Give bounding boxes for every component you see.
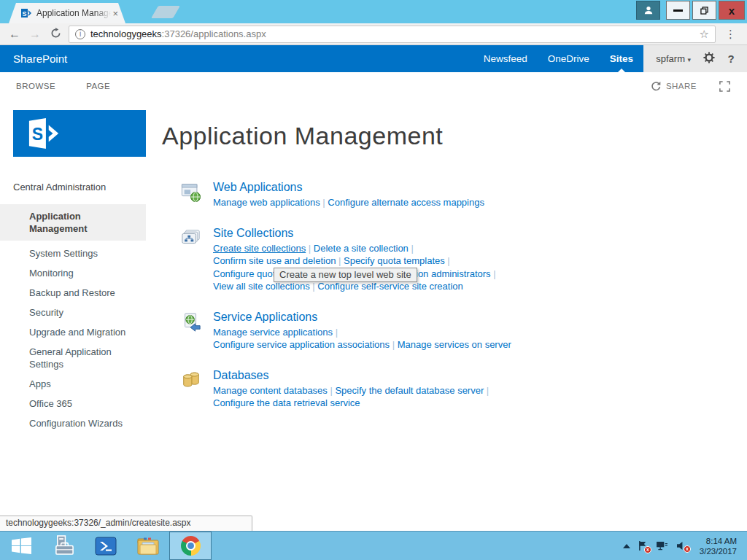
separator: |	[491, 268, 499, 279]
bookmark-star-icon[interactable]: ☆	[700, 28, 709, 41]
link-specify-the-default-database-server[interactable]: Specify the default database server	[335, 385, 484, 396]
sidebar-item-configuration-wizards[interactable]: Configuration Wizards	[0, 417, 146, 429]
link-manage-web-applications[interactable]: Manage web applications	[213, 197, 320, 208]
separator: |	[484, 385, 492, 396]
close-button[interactable]: x	[719, 1, 745, 20]
link-line: Manage content databases | Specify the d…	[213, 384, 492, 397]
tab-close-icon[interactable]: ×	[111, 8, 120, 19]
suite-links: NewsfeedOneDriveSites	[473, 45, 643, 72]
sharepoint-brand[interactable]: SharePoint	[0, 45, 67, 72]
user-name: spfarm	[656, 53, 685, 64]
minimize-button[interactable]	[666, 1, 690, 20]
browser-toolbar: ← → i technologygeeks:37326/applications…	[0, 23, 747, 45]
forward-button[interactable]: →	[28, 28, 42, 40]
volume-muted-button[interactable]: x	[676, 541, 687, 551]
section-title-site-collections[interactable]: Site Collections	[213, 227, 498, 240]
link-configure-the-data-retrieval-service[interactable]: Configure the data retrieval service	[213, 397, 360, 408]
reload-button[interactable]	[48, 28, 63, 41]
focus-mode-button[interactable]	[719, 80, 731, 93]
back-button[interactable]: ←	[7, 28, 22, 40]
link-confirm-site-use-and-deletion[interactable]: Confirm site use and deletion	[213, 255, 336, 266]
section-title-web-applications[interactable]: Web Applications	[213, 181, 484, 194]
suite-link-sites[interactable]: Sites	[600, 45, 643, 72]
link-specify-quota-templates[interactable]: Specify quota templates	[344, 255, 445, 266]
show-hidden-icons-button[interactable]	[623, 544, 630, 548]
link-manage-service-applications[interactable]: Manage service applications	[213, 327, 333, 338]
section-title-service-applications[interactable]: Service Applications	[213, 311, 511, 324]
sections: Web ApplicationsManage web applications …	[181, 181, 747, 410]
page-title: Application Management	[162, 122, 747, 150]
gear-icon	[703, 52, 715, 63]
network-icon	[656, 541, 668, 551]
person-icon	[643, 5, 654, 15]
svg-text:S: S	[32, 125, 43, 144]
page-info-icon[interactable]: i	[75, 29, 85, 39]
chevron-up-icon	[623, 544, 630, 548]
link-manage-content-databases[interactable]: Manage content databases	[213, 385, 328, 396]
taskbar-start-button[interactable]	[0, 532, 42, 560]
link-configure-alternate-access-mappings[interactable]: Configure alternate access mappings	[328, 197, 484, 208]
address-bar[interactable]: i technologygeeks:37326/applications.asp…	[69, 26, 716, 43]
action-center-button[interactable]: x	[638, 540, 648, 551]
section-title-databases[interactable]: Databases	[213, 369, 492, 382]
separator: |	[409, 243, 417, 254]
sharepoint-logo[interactable]: S	[13, 110, 146, 157]
sidebar-item-monitoring[interactable]: Monitoring	[0, 267, 146, 279]
window-controls: x	[636, 1, 745, 20]
minimize-icon	[673, 9, 683, 12]
link-configure-self-service-site-creation[interactable]: Configure self-service site creation	[317, 281, 462, 292]
separator: |	[310, 281, 318, 292]
taskbar-chrome[interactable]	[169, 532, 212, 560]
ribbon-tab-page[interactable]: PAGE	[86, 82, 110, 90]
suite-link-newsfeed[interactable]: Newsfeed	[473, 45, 538, 72]
browser-menu-icon[interactable]: ⋮	[721, 28, 740, 41]
sidebar-item-security[interactable]: Security	[0, 306, 146, 319]
taskbar: x x 8:14 AM 3/23/2017	[0, 531, 747, 560]
section-web-applications: Web ApplicationsManage web applications …	[181, 181, 747, 209]
link-configure-service-application-associations[interactable]: Configure service application associatio…	[213, 339, 390, 350]
sidebar-item-application-management[interactable]: Application Management	[0, 204, 146, 241]
new-tab-button[interactable]	[151, 6, 180, 18]
taskbar-file-explorer[interactable]	[127, 532, 169, 560]
ribbon-bar: BROWSEPAGE SHARE	[0, 72, 747, 100]
url-path: :37326/applications.aspx	[162, 28, 266, 39]
svg-text:S: S	[22, 10, 26, 18]
suite-link-onedrive[interactable]: OneDrive	[538, 45, 600, 72]
user-menu[interactable]: spfarm ▾	[656, 53, 691, 64]
chrome-icon	[181, 536, 201, 556]
settings-gear-button[interactable]	[703, 52, 715, 66]
sidebar-item-backup-and-restore[interactable]: Backup and Restore	[0, 287, 146, 299]
network-status-button[interactable]	[656, 541, 668, 551]
sidebar-item-office-365[interactable]: Office 365	[0, 397, 146, 410]
profile-avatar-button[interactable]	[636, 1, 660, 20]
link-create-site-collections[interactable]: Create site collections	[213, 243, 306, 254]
share-icon	[650, 81, 661, 92]
sidebar-item-general-application-settings[interactable]: General Application Settings	[0, 346, 146, 370]
tooltip: Create a new top level web site	[274, 268, 417, 282]
sharepoint-logo-icon: S	[22, 117, 67, 150]
help-button[interactable]: ?	[728, 52, 735, 65]
sidebar-item-apps[interactable]: Apps	[0, 378, 146, 390]
share-button[interactable]: SHARE	[650, 81, 697, 92]
separator: |	[306, 243, 314, 254]
file-explorer-icon	[136, 536, 160, 556]
link-view-all-site-collections[interactable]: View all site collections	[213, 281, 310, 292]
share-label: SHARE	[666, 82, 697, 90]
taskbar-server-manager[interactable]	[42, 532, 85, 560]
windows-logo-icon	[12, 537, 31, 554]
sidebar-item-system-settings[interactable]: System Settings	[0, 247, 146, 260]
taskbar-clock[interactable]: 8:14 AM 3/23/2017	[695, 536, 741, 556]
link-delete-a-site-collection[interactable]: Delete a site collection	[314, 243, 409, 254]
link-manage-services-on-server[interactable]: Manage services on server	[398, 339, 511, 350]
section-service-applications: Service ApplicationsManage service appli…	[181, 311, 747, 351]
maximize-button[interactable]	[692, 1, 716, 20]
clock-date: 3/23/2017	[700, 546, 737, 556]
separator: |	[445, 255, 453, 266]
ribbon-tab-browse[interactable]: BROWSE	[16, 82, 55, 90]
sidebar-item-upgrade-and-migration[interactable]: Upgrade and Migration	[0, 326, 146, 338]
taskbar-powershell[interactable]	[85, 532, 127, 560]
separator: |	[320, 197, 328, 208]
browser-tab[interactable]: S Application Management ×	[9, 3, 125, 23]
url-text[interactable]: technologygeeks:37326/applications.aspx	[90, 28, 694, 39]
link-line: Confirm site use and deletion | Specify …	[213, 254, 498, 268]
